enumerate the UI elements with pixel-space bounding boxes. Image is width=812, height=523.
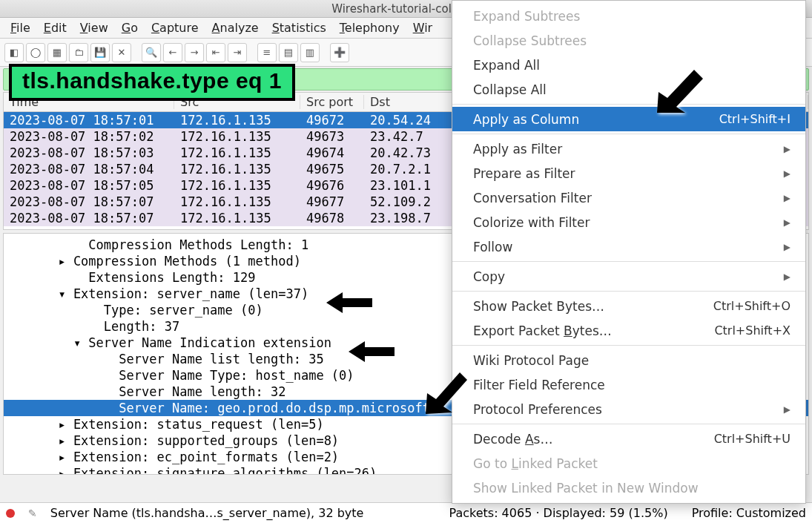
expert-info-icon[interactable] [6,509,15,518]
menu-analyze[interactable]: Analyze [206,19,265,37]
menu-file[interactable]: File [4,19,36,37]
menu-item-protocol-preferences[interactable]: Protocol Preferences▶ [452,397,805,421]
column-header-src-port[interactable]: Src port [300,95,364,109]
menu-separator [452,134,805,134]
toolbar-button[interactable]: ▤ [279,43,298,62]
toolbar-button[interactable]: ➕ [330,43,349,62]
menu-item-decode-as[interactable]: Decode As…Ctrl+Shift+U [452,427,805,451]
menu-item-apply-as-column[interactable]: Apply as ColumnCtrl+Shift+I [452,107,805,131]
toolbar-button[interactable]: ≡ [257,43,277,62]
menu-item-export-packet-bytes[interactable]: Export Packet Bytes…Ctrl+Shift+X [452,318,805,343]
menu-item-filter-field-reference[interactable]: Filter Field Reference [452,372,805,397]
toolbar-button[interactable]: ◧ [4,43,24,62]
toolbar-button[interactable]: ◯ [26,43,45,62]
status-profile[interactable]: Profile: Customized [692,506,806,520]
menu-item-wiki-protocol-page[interactable]: Wiki Protocol Page [452,348,805,372]
menu-go[interactable]: Go [116,19,144,37]
toolbar-button[interactable]: ▥ [300,43,320,62]
menu-statistics[interactable]: Statistics [266,19,332,37]
menu-telephony[interactable]: Telephony [334,19,406,37]
menu-item-collapse-all[interactable]: Collapse All [452,77,805,102]
menu-item-expand-subtrees: Expand Subtrees [452,4,805,28]
menu-item-show-packet-bytes[interactable]: Show Packet Bytes…Ctrl+Shift+O [452,294,805,318]
toolbar-button[interactable]: ▦ [47,43,67,62]
menu-edit[interactable]: Edit [38,19,73,37]
toolbar-button[interactable]: ← [163,43,182,62]
filter-overlay-annotation: tls.handshake.type eq 1 [9,64,295,101]
menu-wir[interactable]: Wir [407,19,439,37]
status-bar: ✎ Server Name (tls.handsha…s_server_name… [0,502,812,523]
status-packet-count: Packets: 4065 · Displayed: 59 (1.5%) [449,506,667,520]
menu-separator [452,345,805,346]
menu-separator [452,104,805,105]
toolbar-button[interactable]: → [185,43,204,62]
edit-icon[interactable]: ✎ [28,507,37,519]
menu-separator [452,291,805,292]
toolbar-button[interactable]: ⇤ [206,43,225,62]
toolbar-button[interactable]: 🔍 [142,43,161,62]
menu-item-collapse-subtrees: Collapse Subtrees [452,28,805,53]
menu-item-expand-all[interactable]: Expand All [452,53,805,77]
menu-item-apply-as-filter[interactable]: Apply as Filter▶ [452,136,805,161]
context-menu: Expand SubtreesCollapse SubtreesExpand A… [452,0,806,504]
toolbar-button[interactable]: 🗀 [69,43,88,62]
menu-capture[interactable]: Capture [145,19,205,37]
menu-item-go-to-linked-packet: Go to Linked Packet [452,451,805,476]
menu-item-copy[interactable]: Copy▶ [452,264,805,289]
toolbar-button[interactable]: ⇥ [228,43,247,62]
menu-separator [452,261,805,262]
status-field-info: Server Name (tls.handsha…s_server_name),… [50,506,364,520]
menu-item-colorize-with-filter[interactable]: Colorize with Filter▶ [452,210,805,234]
menu-item-conversation-filter[interactable]: Conversation Filter▶ [452,185,805,210]
menu-view[interactable]: View [74,19,114,37]
menu-item-prepare-as-filter[interactable]: Prepare as Filter▶ [452,161,805,185]
menu-item-show-linked-packet-in-new-window: Show Linked Packet in New Window [452,476,805,500]
toolbar-button[interactable]: ✕ [112,43,131,62]
menu-separator [452,424,805,424]
toolbar-button[interactable]: 💾 [90,43,110,62]
menu-item-follow[interactable]: Follow▶ [452,234,805,259]
